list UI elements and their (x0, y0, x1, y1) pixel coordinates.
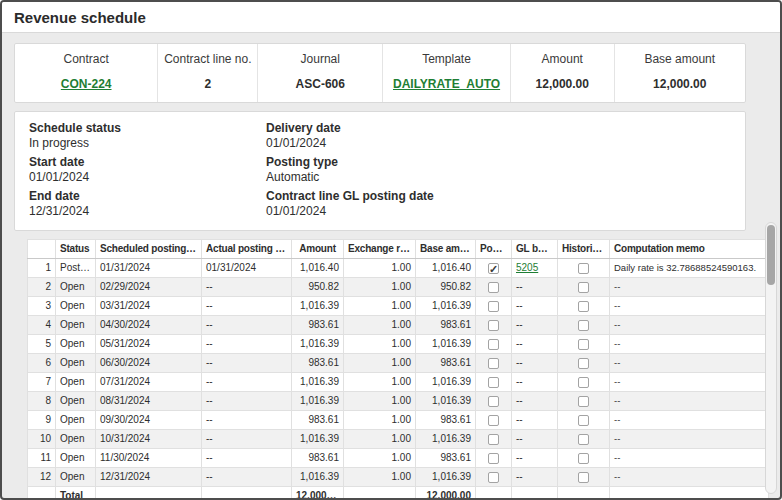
historical-checkbox[interactable] (578, 453, 589, 464)
historical-checkbox[interactable] (578, 434, 589, 445)
titlebar: Revenue schedule (2, 2, 780, 33)
posted-cell (476, 297, 512, 316)
posted-cell (476, 259, 512, 278)
scheduled-posting-date-cell: 01/31/2024 (96, 259, 202, 278)
scheduled-posting-date-cell: 05/31/2024 (96, 335, 202, 354)
schedule-row: 11Open11/30/2024--983.611.00983.61---- (28, 449, 769, 468)
posted-checkbox[interactable] (488, 472, 499, 483)
computation-memo-cell: -- (610, 335, 769, 354)
historical-cell (558, 354, 610, 373)
historical-checkbox[interactable] (578, 339, 589, 350)
field-label: Schedule status (29, 122, 266, 135)
scheduled-posting-date-cell: 04/30/2024 (96, 316, 202, 335)
actual-posting-date-cell: -- (202, 392, 292, 411)
posted-checkbox[interactable] (488, 396, 499, 407)
summary-amount-value: 12,000.00 (536, 77, 589, 91)
historical-checkbox[interactable] (578, 263, 589, 274)
base-amount-cell: 1,016.39 (416, 335, 476, 354)
posted-cell (476, 392, 512, 411)
field-value: 01/01/2024 (266, 205, 731, 218)
posted-checkbox[interactable] (488, 320, 499, 331)
amount-cell: 950.82 (292, 278, 344, 297)
row-number-cell: 11 (28, 449, 56, 468)
gl-batch-link[interactable]: 5205 (516, 262, 538, 273)
posted-cell (476, 354, 512, 373)
historical-cell (558, 430, 610, 449)
status-cell: Open (56, 468, 96, 487)
posted-checkbox[interactable] (488, 358, 499, 369)
amount-cell: 983.61 (292, 354, 344, 373)
gl-batch-cell: -- (512, 278, 558, 297)
row-number-cell: 3 (28, 297, 56, 316)
schedule-row: 8Open08/31/2024--1,016.391.001,016.39---… (28, 392, 769, 411)
computation-memo-cell: -- (610, 316, 769, 335)
computation-memo-cell: -- (610, 430, 769, 449)
historical-checkbox[interactable] (578, 415, 589, 426)
scheduled-posting-date-cell: 10/31/2024 (96, 430, 202, 449)
summary-journal: Journal ASC-606 (257, 44, 382, 102)
posted-checkbox[interactable] (488, 339, 499, 350)
posted-checkbox[interactable] (488, 415, 499, 426)
status-cell: Open (56, 278, 96, 297)
posted-checkbox[interactable] (488, 282, 499, 293)
computation-memo-cell: -- (610, 373, 769, 392)
posted-checkbox[interactable] (488, 263, 499, 274)
status-cell: Open (56, 354, 96, 373)
posted-checkbox[interactable] (488, 301, 499, 312)
historical-checkbox[interactable] (578, 301, 589, 312)
status-cell: Open (56, 449, 96, 468)
schedule-table-wrap: Status Scheduled posting date Actual pos… (27, 239, 768, 500)
scheduled-posting-date-cell: 08/31/2024 (96, 392, 202, 411)
summary-journal-value: ASC-606 (296, 77, 345, 91)
scrollbar-thumb[interactable] (767, 225, 775, 285)
actual-posting-date-cell: -- (202, 411, 292, 430)
vertical-scrollbar[interactable] (765, 222, 777, 494)
historical-cell (558, 373, 610, 392)
actual-posting-date-cell: -- (202, 430, 292, 449)
historical-checkbox[interactable] (578, 320, 589, 331)
contract-link[interactable]: CON-224 (61, 77, 112, 91)
posted-checkbox[interactable] (488, 377, 499, 388)
field-label: Contract line GL posting date (266, 190, 731, 203)
historical-cell (558, 411, 610, 430)
posted-checkbox[interactable] (488, 434, 499, 445)
computation-memo-cell: -- (610, 411, 769, 430)
template-link[interactable]: DAILYRATE_AUTO (393, 77, 500, 91)
total-empty-cell (476, 487, 512, 500)
historical-cell (558, 335, 610, 354)
gl-batch-cell: -- (512, 468, 558, 487)
historical-checkbox[interactable] (578, 358, 589, 369)
status-cell: Open (56, 430, 96, 449)
computation-memo-header: Computation memo (610, 240, 769, 259)
gl-batch-cell: 5205 (512, 259, 558, 278)
row-number-header (28, 240, 56, 259)
scheduled-posting-date-cell: 06/30/2024 (96, 354, 202, 373)
scheduled-posting-date-cell: 07/31/2024 (96, 373, 202, 392)
scheduled-posting-date-cell: 12/31/2024 (96, 468, 202, 487)
historical-checkbox[interactable] (578, 282, 589, 293)
posted-cell (476, 316, 512, 335)
historical-checkbox[interactable] (578, 377, 589, 388)
base-amount-cell: 1,016.39 (416, 373, 476, 392)
field-value: 01/01/2024 (29, 171, 266, 184)
row-number-cell: 8 (28, 392, 56, 411)
gl-batch-cell: -- (512, 449, 558, 468)
status-cell: Open (56, 297, 96, 316)
row-number-cell: 6 (28, 354, 56, 373)
historical-checkbox[interactable] (578, 396, 589, 407)
schedule-row: 5Open05/31/2024--1,016.391.001,016.39---… (28, 335, 769, 354)
schedule-row: 9Open09/30/2024--983.611.00983.61---- (28, 411, 769, 430)
row-number-cell: 4 (28, 316, 56, 335)
computation-memo-cell: -- (610, 392, 769, 411)
field-delivery-date: Delivery date 01/01/2024 (266, 120, 731, 152)
gl-batch-cell: -- (512, 316, 558, 335)
scheduled-posting-date-header: Scheduled posting date (96, 240, 202, 259)
amount-cell: 1,016.39 (292, 392, 344, 411)
schedule-table-body: 1Posted01/31/202401/31/20241,016.401.001… (28, 259, 769, 487)
status-cell: Open (56, 335, 96, 354)
schedule-row: 10Open10/31/2024--1,016.391.001,016.39--… (28, 430, 769, 449)
total-empty-cell (558, 487, 610, 500)
historical-checkbox[interactable] (578, 472, 589, 483)
posted-checkbox[interactable] (488, 453, 499, 464)
amount-cell: 1,016.39 (292, 468, 344, 487)
